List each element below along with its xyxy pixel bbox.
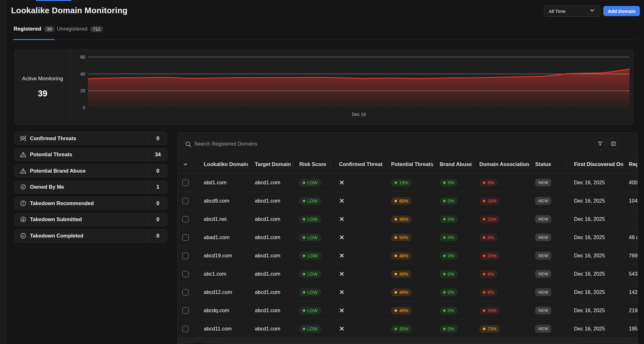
target-domain-cell: abcd1.com xyxy=(247,301,293,319)
col-potential-threats[interactable]: Potential Threats xyxy=(382,155,431,173)
domain-association-badge: 18% xyxy=(479,197,500,205)
row-checkbox[interactable] xyxy=(182,326,189,332)
registered-cell: 400 xyxy=(621,174,638,192)
col-lookalike-domain[interactable]: Lookalike Domain xyxy=(200,155,247,173)
first-discovered-cell: Dec 16, 2025 xyxy=(566,228,621,246)
table-row[interactable]: abcdq.com abcd1.com LOW ✕ 46% 0% 18% NEW… xyxy=(178,301,638,320)
registered-cell: 142 xyxy=(621,283,638,301)
risk-score-badge: LOW xyxy=(299,252,321,260)
filter-button[interactable] xyxy=(594,138,606,150)
first-discovered-cell: Dec 16, 2025 xyxy=(566,192,621,210)
page-size-selector[interactable] xyxy=(183,342,223,344)
target-domain-cell: abcd1.com xyxy=(247,265,293,283)
table-row[interactable]: abcd19.com abcd1.com LOW ✕ 46% 0% 25% NE… xyxy=(178,247,638,265)
col-domain-association[interactable]: Domain Association xyxy=(471,155,527,173)
svg-text:60: 60 xyxy=(80,54,85,60)
row-checkbox[interactable] xyxy=(182,180,189,186)
shield-badge-icon xyxy=(19,183,27,191)
arrow-down-circle-icon xyxy=(19,216,27,223)
tab-count-badge: 39 xyxy=(44,26,55,32)
brand-abuse-badge: 0% xyxy=(440,307,458,314)
stat-card[interactable]: Confirmed Threats 0 xyxy=(15,132,167,145)
first-discovered-cell: Dec 16, 2025 xyxy=(566,174,621,192)
active-tab-indicator xyxy=(13,39,55,40)
active-monitoring-card: Active Monitoring 39 0204060Dec 16 xyxy=(15,49,633,125)
stat-card[interactable]: Takedown Completed 0 xyxy=(15,229,167,243)
lookalike-domain-cell: abcd12.com xyxy=(200,283,247,301)
page-size-option[interactable] xyxy=(203,343,213,344)
col-risk-score[interactable]: Risk Score xyxy=(293,155,330,173)
pagination-control[interactable] xyxy=(578,342,629,344)
potential-threats-badge: 60% xyxy=(391,197,412,205)
row-checkbox[interactable] xyxy=(182,271,189,277)
row-checkbox[interactable] xyxy=(182,198,189,204)
status-badge: NEW xyxy=(535,325,551,333)
table-row[interactable]: abad1.com abcd1.com LOW ✕ 50% 0% 8% NEW … xyxy=(178,228,638,247)
status-badge: NEW xyxy=(535,233,551,241)
table-row[interactable]: abcd9.com abcd1.com LOW ✕ 60% 0% 18% NEW… xyxy=(178,192,638,210)
stat-label: Takedown Submitted xyxy=(30,216,82,222)
target-domain-cell: abcd1.com xyxy=(247,210,293,228)
stat-label: Potential Threats xyxy=(30,152,72,158)
columns-button[interactable] xyxy=(608,138,619,150)
row-checkbox[interactable] xyxy=(182,253,189,259)
potential-threats-badge: 30% xyxy=(391,325,412,333)
row-checkbox[interactable] xyxy=(182,234,189,241)
stat-value: 1 xyxy=(149,184,167,190)
brand-abuse-badge: 0% xyxy=(440,215,458,223)
stat-card[interactable]: Owned By Me 1 xyxy=(15,181,167,194)
expand-all-chevron[interactable] xyxy=(178,155,200,173)
add-domain-button[interactable]: Add Domain xyxy=(603,6,640,16)
first-discovered-cell: Dec 16, 2025 xyxy=(566,265,621,283)
risk-score-badge: LOW xyxy=(299,325,321,333)
pagination-bar xyxy=(178,338,638,344)
tab-bar: Registered 39 Unregistered 712 xyxy=(11,21,637,40)
stat-card[interactable]: Takedown Recommended 0 xyxy=(15,197,167,210)
table-row[interactable]: abcd12.com abcd1.com LOW ✕ 46% 0% 8% NEW… xyxy=(178,283,638,301)
row-checkbox[interactable] xyxy=(182,216,189,222)
table-row[interactable]: abd1.com abcd1.com LOW ✕ 19% 0% 8% NEW D… xyxy=(178,174,638,192)
target-domain-cell: abcd1.com xyxy=(247,192,293,210)
stat-card[interactable]: Potential Threats 34 xyxy=(15,148,167,161)
active-monitoring-summary: Active Monitoring 39 xyxy=(15,49,71,125)
row-checkbox[interactable] xyxy=(182,289,189,295)
not-confirmed-x-icon: ✕ xyxy=(339,270,345,278)
domain-association-badge: 8% xyxy=(479,270,497,278)
top-accent-bar xyxy=(36,0,71,1)
registered-domains-table: Lookalike Domain Target Domain Risk Scor… xyxy=(177,132,638,344)
target-domain-cell: abcd1.com xyxy=(247,174,293,192)
target-domain-cell: abcd1.com xyxy=(247,283,293,301)
time-filter-select[interactable]: All Time xyxy=(544,5,600,17)
col-first-discovered[interactable]: First Discovered On xyxy=(566,155,621,173)
table-toolbar xyxy=(178,133,637,155)
col-brand-abuse[interactable]: Brand Abuse xyxy=(431,155,471,173)
stat-card[interactable]: Potential Brand Abuse 0 xyxy=(15,164,167,177)
not-confirmed-x-icon: ✕ xyxy=(339,215,345,223)
search-input[interactable] xyxy=(194,138,573,150)
table-row[interactable]: abcd11.com abcd1.com LOW ✕ 30% 0% 73% NE… xyxy=(178,320,638,338)
lookalike-domain-cell: abcd1.net xyxy=(200,210,247,228)
not-confirmed-x-icon: ✕ xyxy=(339,179,345,186)
domain-association-badge: 18% xyxy=(479,307,500,314)
page-size-option[interactable] xyxy=(213,343,223,344)
col-confirmed-threat[interactable]: Confirmed Threat xyxy=(330,155,382,173)
not-confirmed-x-icon: ✕ xyxy=(339,325,345,333)
page-size-option[interactable] xyxy=(193,343,203,344)
row-checkbox[interactable] xyxy=(182,307,189,314)
col-status[interactable]: Status xyxy=(527,155,566,173)
table-body: abd1.com abcd1.com LOW ✕ 19% 0% 8% NEW D… xyxy=(178,174,637,338)
domain-association-badge: 8% xyxy=(479,234,497,241)
tab-registered[interactable]: Registered 39 xyxy=(14,26,55,32)
brand-abuse-badge: 0% xyxy=(440,179,458,186)
table-row[interactable]: abc1.com abcd1.com LOW ✕ 48% 0% 8% NEW D… xyxy=(178,265,638,283)
page-size-option[interactable] xyxy=(183,343,193,344)
stats-list: Confirmed Threats 0 Potential Threats 34… xyxy=(15,132,167,245)
domain-association-badge: 10% xyxy=(479,215,500,223)
stat-card[interactable]: Takedown Submitted 0 xyxy=(15,213,167,226)
tab-unregistered[interactable]: Unregistered 712 xyxy=(57,26,103,32)
target-domain-cell: abcd1.com xyxy=(247,228,293,246)
col-registered[interactable]: Regi xyxy=(621,155,638,173)
col-target-domain[interactable]: Target Domain xyxy=(247,155,293,173)
brand-abuse-badge: 0% xyxy=(440,325,458,333)
table-row[interactable]: abcd1.net abcd1.com LOW ✕ 46% 0% 10% NEW… xyxy=(178,210,638,228)
